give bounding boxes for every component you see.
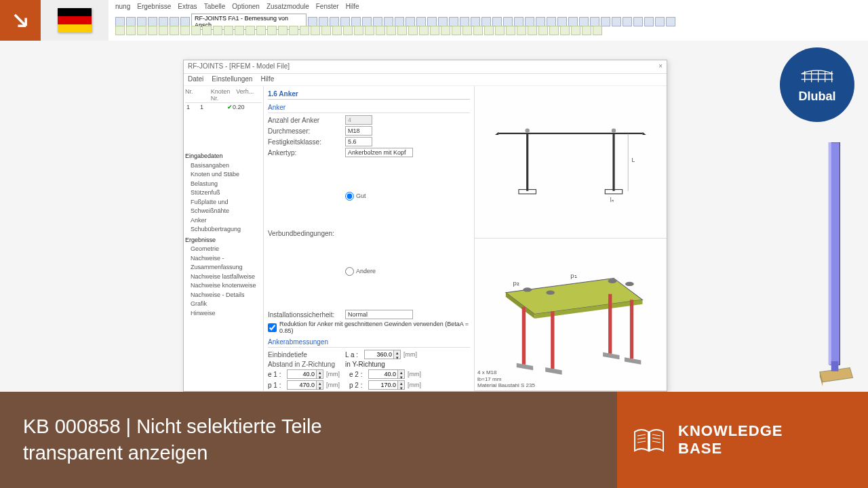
model-viewport[interactable] xyxy=(807,136,861,386)
svg-point-18 xyxy=(546,291,555,295)
e2-input[interactable]: ▴▾ xyxy=(368,369,405,379)
svg-point-20 xyxy=(625,282,634,286)
svg-text:p₁: p₁ xyxy=(571,272,577,280)
diameter-select[interactable]: M18 xyxy=(345,126,372,136)
preview-2d: L lₕ xyxy=(475,86,667,239)
rf-joints-dialog: RF-JOINTS - [RFEM - Model File] × DateiE… xyxy=(183,60,667,392)
e1-input[interactable]: ▴▾ xyxy=(287,369,323,379)
close-icon[interactable]: × xyxy=(658,62,663,71)
form-panel: 1.6 Anker Anker Anzahl der Anker4 Durchm… xyxy=(264,86,474,391)
svg-rect-31 xyxy=(831,361,839,371)
bond-radio[interactable]: Gut Andere xyxy=(345,159,376,308)
svg-line-37 xyxy=(652,441,660,443)
embed-input[interactable]: ▴▾ xyxy=(364,350,401,359)
install-select[interactable]: Normal xyxy=(345,310,413,319)
corner-icon xyxy=(0,0,41,41)
form-title: 1.6 Anker xyxy=(268,89,470,100)
svg-text:p₂: p₂ xyxy=(513,280,519,287)
p2-input[interactable]: ▴▾ xyxy=(368,380,405,390)
language-flag[interactable] xyxy=(41,0,108,41)
reduction-checkbox[interactable] xyxy=(268,323,277,332)
svg-point-17 xyxy=(523,288,532,292)
anchor-type-select[interactable]: Ankerbolzen mit Kopf xyxy=(345,148,413,157)
svg-line-33 xyxy=(637,438,646,439)
svg-line-36 xyxy=(652,438,660,439)
svg-point-6 xyxy=(612,128,616,132)
svg-point-19 xyxy=(608,279,617,283)
dialog-menu[interactable]: DateiEinstellungenHilfe xyxy=(184,74,667,86)
preview-3d: p₁ p₂ 4 x M18 lb=17 mm Material Baustahl… xyxy=(475,239,667,391)
nav-tree[interactable]: Nr.Knoten Nr.Verh... 11✔0.20 Eingabedate… xyxy=(184,86,264,391)
dialog-titlebar: RF-JOINTS - [RFEM - Model File] × xyxy=(184,60,667,74)
svg-text:L: L xyxy=(632,157,635,163)
anchor-count: 4 xyxy=(345,115,372,125)
p1-input[interactable]: ▴▾ xyxy=(287,380,323,390)
svg-rect-27 xyxy=(830,142,840,365)
toolbar-2[interactable] xyxy=(115,26,602,35)
svg-text:lₕ: lₕ xyxy=(610,196,614,203)
svg-point-5 xyxy=(526,128,530,132)
app-menubar[interactable]: nungErgebnisseExtrasTabelleOptionenZusat… xyxy=(115,3,359,10)
svg-line-34 xyxy=(637,441,646,443)
strength-select[interactable]: 5.6 xyxy=(345,137,372,146)
svg-line-35 xyxy=(652,434,660,436)
footer-banner: KB 000858 | Nicht selektierte Teiletrans… xyxy=(0,392,868,488)
svg-line-32 xyxy=(637,434,646,436)
svg-rect-28 xyxy=(829,142,831,365)
dlubal-logo: Dlubal xyxy=(780,47,854,122)
preview-panel: L lₕ xyxy=(474,86,667,391)
book-icon xyxy=(632,423,666,457)
